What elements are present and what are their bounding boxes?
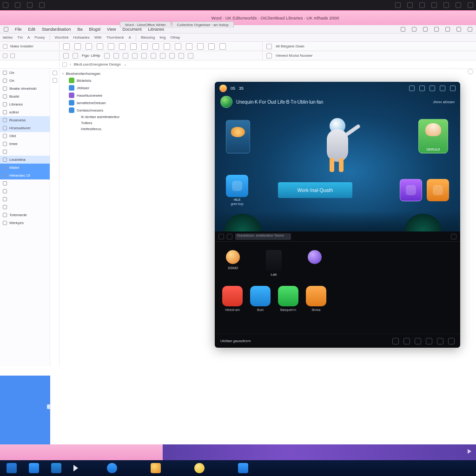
tool-icon[interactable]: [208, 43, 215, 50]
refresh-icon[interactable]: [468, 69, 473, 74]
taskbar-app[interactable]: [29, 463, 39, 473]
menu-action-icon[interactable]: [445, 27, 450, 32]
sidebar-item[interactable]: edtrer: [0, 108, 50, 116]
hero-tile-orange[interactable]: [427, 179, 449, 201]
sidebar-item[interactable]: Itilater: [0, 164, 50, 172]
toolbar-label[interactable]: Blessing: [141, 35, 155, 40]
toolbar-label[interactable]: Olhay: [170, 35, 180, 40]
tool-icon[interactable]: [266, 53, 272, 59]
play-icon[interactable]: [468, 449, 471, 454]
tool-icon[interactable]: [219, 43, 226, 50]
menu-action-icon[interactable]: [412, 27, 416, 32]
osbar-icon[interactable]: [27, 2, 33, 8]
app-icon[interactable]: [4, 27, 8, 32]
sidebar-item[interactable]: [0, 187, 50, 195]
tool-icon[interactable]: [197, 43, 204, 50]
tool-icon[interactable]: [63, 43, 70, 50]
sidebar-item[interactable]: Werkyes: [0, 219, 50, 227]
expand-icon[interactable]: [451, 234, 456, 239]
settings-icon[interactable]: [450, 86, 456, 91]
taskbar-app[interactable]: [194, 463, 205, 473]
osbar-tray-icon[interactable]: [468, 2, 473, 8]
menu-action-icon[interactable]: [434, 27, 439, 32]
sidebar-item[interactable]: Totemarde: [0, 211, 50, 219]
menu-action-icon[interactable]: [456, 27, 461, 32]
hero-tile-left[interactable]: HiLE gran kop: [226, 175, 248, 205]
tool-icon[interactable]: [3, 44, 7, 49]
taskbar-app[interactable]: [238, 463, 248, 473]
ribbon-icon[interactable]: [53, 78, 57, 83]
footer-icon[interactable]: [403, 338, 410, 344]
play-button[interactable]: Work·Inal·Quath: [278, 182, 352, 198]
menu-icon[interactable]: [218, 234, 224, 239]
toolbar-label[interactable]: A: [129, 35, 131, 40]
tool-icon[interactable]: [97, 43, 103, 50]
sidebar-item[interactable]: Rosevess: [0, 116, 50, 124]
sidebar-item[interactable]: Ilivake nirveinski: [0, 85, 50, 93]
chevron-down-icon[interactable]: ⌄: [124, 62, 127, 66]
sidebar-item[interactable]: Hilnardes 15: [0, 172, 50, 179]
window-icon[interactable]: [430, 86, 435, 91]
sidebar-item[interactable]: Hrsesublurer: [0, 124, 50, 132]
osbar-icon[interactable]: [15, 2, 20, 8]
footer-icon[interactable]: [415, 338, 421, 344]
toolbar-label[interactable]: Img: [159, 35, 165, 40]
osbar-tray-icon[interactable]: [456, 2, 461, 8]
menu-item[interactable]: Standardisation: [42, 27, 71, 32]
sidebar-item[interactable]: Librares: [0, 100, 50, 108]
osbar-tray-icon[interactable]: [443, 2, 449, 8]
tool-icon[interactable]: [266, 44, 272, 49]
avatar-icon[interactable]: [219, 85, 227, 92]
menu-action-icon[interactable]: [423, 27, 428, 32]
tool-icon[interactable]: [186, 43, 192, 50]
osbar-icon[interactable]: [39, 2, 45, 8]
tool-icon[interactable]: [3, 53, 7, 58]
tool-icon[interactable]: [10, 53, 15, 58]
footer-icon[interactable]: [437, 338, 443, 344]
app-tile[interactable]: Bivisa: [305, 286, 327, 311]
search-input[interactable]: Dukskikturn. edwiteration Teems: [235, 233, 291, 240]
sidebar-item[interactable]: Bosiki: [0, 93, 50, 100]
osbar-tray-icon[interactable]: [431, 2, 437, 8]
osbar-icon[interactable]: [3, 2, 8, 8]
tool-icon[interactable]: [74, 43, 81, 50]
shop-icon[interactable]: [440, 86, 445, 91]
ladder-icon[interactable]: [266, 250, 282, 271]
sidebar-item[interactable]: On: [0, 77, 50, 85]
toolbar-label[interactable]: Witir: [94, 35, 102, 40]
footer-icon[interactable]: [426, 338, 432, 344]
hero-card-right[interactable]: DERULD: [418, 119, 448, 153]
sidebar-item[interactable]: Olid: [0, 132, 50, 140]
resize-handle[interactable]: [47, 404, 51, 409]
menu-item[interactable]: View: [107, 27, 116, 32]
tool-icon[interactable]: [141, 43, 148, 50]
ribbon-icon[interactable]: [53, 71, 57, 75]
taskbar-app[interactable]: [151, 463, 161, 473]
menu-item[interactable]: Edit: [28, 27, 36, 32]
taskbar-app[interactable]: [7, 463, 17, 473]
app-tile[interactable]: Hinest am: [221, 286, 244, 311]
taskbar-play-icon[interactable]: [73, 465, 78, 471]
menu-action-icon[interactable]: [468, 27, 472, 32]
breadcrumb-path[interactable]: BikdLourcEnergisme Design: [74, 62, 121, 66]
footer-icon[interactable]: [392, 338, 399, 344]
toolbar-label[interactable]: Thornbeck: [106, 35, 124, 40]
sidebar-item[interactable]: On: [0, 69, 50, 77]
sidebar-item[interactable]: [0, 148, 50, 156]
tool-icon[interactable]: [132, 53, 138, 59]
tool-icon[interactable]: [188, 53, 193, 59]
osbar-tray-icon[interactable]: [419, 2, 425, 8]
home-icon[interactable]: [62, 62, 67, 67]
footer-icon[interactable]: [448, 338, 455, 344]
tool-icon[interactable]: [178, 53, 184, 59]
bell-icon[interactable]: [409, 86, 415, 91]
tool-icon[interactable]: [86, 43, 92, 50]
sidebar-item[interactable]: [0, 195, 50, 203]
menu-item[interactable]: File: [15, 27, 22, 32]
tool-icon[interactable]: [130, 43, 137, 50]
menu-item[interactable]: Ba: [78, 27, 83, 32]
osbar-tray-icon[interactable]: [395, 2, 401, 8]
tool-icon[interactable]: [141, 53, 147, 59]
coin-icon[interactable]: [419, 86, 425, 91]
tool-icon[interactable]: [104, 53, 110, 59]
